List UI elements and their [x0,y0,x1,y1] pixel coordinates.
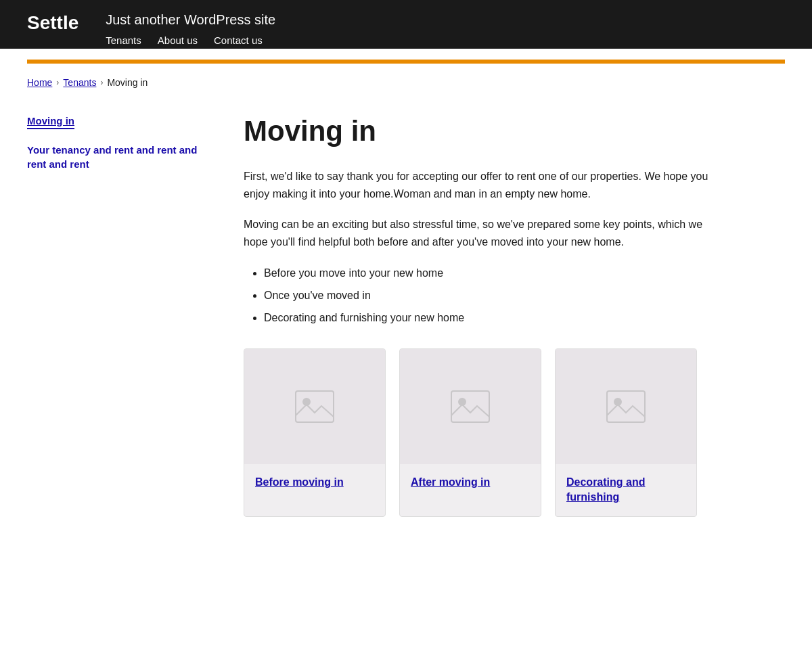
card-body-after: After moving in [400,464,541,501]
nav-tenants[interactable]: Tenants [106,32,150,49]
page-title: Moving in [244,115,717,147]
image-placeholder-icon-3 [606,390,646,424]
sidebar-tenancy[interactable]: Your tenancy and rent and rent and rent … [27,143,217,171]
card-link-after-moving-in[interactable]: After moving in [411,476,490,488]
image-placeholder-icon-2 [450,390,491,424]
card-body-decorating: Decorating and furnishing [556,464,696,516]
breadcrumb-current: Moving in [107,77,148,88]
breadcrumb-tenants[interactable]: Tenants [63,77,96,88]
card-link-decorating[interactable]: Decorating and furnishing [566,476,645,503]
main-layout: Moving in Your tenancy and rent and rent… [0,101,812,530]
card-image-after [400,349,541,464]
card-image-before [244,349,385,464]
card-link-before-moving-in[interactable]: Before moving in [255,476,344,488]
breadcrumb: Home › Tenants › Moving in [0,64,812,101]
image-placeholder-icon [294,390,335,424]
main-content: Moving in First, we'd like to say thank … [244,115,717,517]
breadcrumb-sep-1: › [56,78,59,87]
body-paragraph: Moving can be an exciting but also stres… [244,216,717,250]
nav-contact[interactable]: Contact us [206,32,271,49]
site-title: Settle [27,12,78,34]
card-before-moving-in: Before moving in [244,348,386,517]
key-points-list: Before you move into your new home Once … [264,264,717,327]
cards-grid: Before moving in After moving in [244,348,717,517]
sidebar: Moving in Your tenancy and rent and rent… [27,115,217,517]
main-nav: Tenants About us Contact us [106,32,275,49]
site-header: Settle Just another WordPress site Tenan… [0,0,812,49]
sidebar-moving-in[interactable]: Moving in [27,115,74,129]
breadcrumb-home[interactable]: Home [27,77,52,88]
list-item-2: Once you've moved in [264,286,717,306]
list-item-1: Before you move into your new home [264,264,717,283]
card-image-decorating [556,349,696,464]
list-item-3: Decorating and furnishing your new home [264,308,717,328]
card-decorating: Decorating and furnishing [555,348,697,517]
nav-about[interactable]: About us [150,32,206,49]
svg-rect-2 [451,391,489,422]
svg-rect-4 [607,391,645,422]
card-body-before: Before moving in [244,464,385,501]
intro-paragraph: First, we'd like to say thank you for ac… [244,168,717,202]
breadcrumb-sep-2: › [100,78,103,87]
svg-rect-0 [296,391,334,422]
site-description: Just another WordPress site [106,12,275,28]
card-after-moving-in: After moving in [399,348,541,517]
